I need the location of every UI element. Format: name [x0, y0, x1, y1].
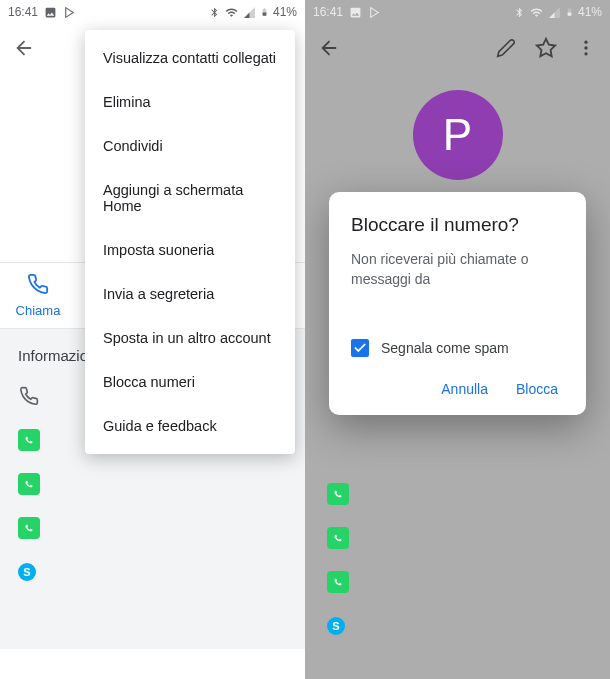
menu-help-feedback[interactable]: Guida e feedback	[85, 404, 295, 448]
image-icon	[44, 6, 57, 19]
dialog-body: Non riceverai più chiamate o messaggi da	[351, 250, 564, 289]
whatsapp-row[interactable]	[0, 506, 305, 550]
block-button[interactable]: Blocca	[516, 381, 558, 397]
status-bar: 16:41 41%	[0, 0, 305, 24]
bluetooth-icon	[514, 6, 525, 19]
skype-icon: S	[327, 617, 345, 635]
whatsapp-row[interactable]	[305, 472, 610, 516]
cancel-button[interactable]: Annulla	[441, 381, 488, 397]
checkbox-label: Segnala come spam	[381, 340, 509, 356]
status-time: 16:41	[8, 5, 38, 19]
menu-block-numbers[interactable]: Blocca numeri	[85, 360, 295, 404]
status-battery-pct: 41%	[578, 5, 602, 19]
status-bar: 16:41	[305, 0, 610, 24]
menu-share[interactable]: Condividi	[85, 124, 295, 168]
whatsapp-row[interactable]	[305, 560, 610, 604]
left-screenshot: 16:41 41%	[0, 0, 305, 679]
checkbox-checked-icon[interactable]	[351, 339, 369, 357]
whatsapp-icon	[18, 517, 40, 539]
back-icon[interactable]	[12, 36, 36, 60]
signal-icon	[243, 6, 256, 19]
menu-delete[interactable]: Elimina	[85, 80, 295, 124]
play-icon	[368, 6, 381, 19]
skype-icon: S	[18, 563, 36, 581]
svg-point-3	[584, 41, 587, 44]
menu-move-account[interactable]: Sposta in un altro account	[85, 316, 295, 360]
whatsapp-row[interactable]	[305, 516, 610, 560]
report-spam-checkbox-row[interactable]: Segnala come spam	[351, 339, 564, 357]
status-battery-pct: 41%	[273, 5, 297, 19]
whatsapp-icon	[327, 571, 349, 593]
call-action[interactable]: Chiama	[0, 273, 76, 318]
whatsapp-icon	[18, 429, 40, 451]
right-screenshot: 16:41	[305, 0, 610, 679]
dialog-title: Bloccare il numero?	[351, 214, 564, 236]
right-contact-list: S	[305, 472, 610, 648]
avatar-initial: P	[443, 110, 472, 160]
whatsapp-icon	[327, 527, 349, 549]
overflow-menu: Visualizza contatti collegati Elimina Co…	[85, 30, 295, 454]
battery-icon	[565, 5, 574, 19]
skype-row[interactable]: S	[0, 550, 305, 594]
svg-point-4	[584, 46, 587, 49]
svg-point-5	[584, 52, 587, 55]
image-icon	[349, 6, 362, 19]
battery-icon	[260, 5, 269, 19]
svg-marker-2	[537, 39, 555, 56]
wifi-icon	[224, 6, 239, 19]
avatar: P	[413, 90, 503, 180]
edit-icon[interactable]	[494, 36, 518, 60]
whatsapp-icon	[327, 483, 349, 505]
back-icon[interactable]	[317, 36, 341, 60]
menu-view-linked-contacts[interactable]: Visualizza contatti collegati	[85, 36, 295, 80]
star-icon[interactable]	[534, 36, 558, 60]
dialog-actions: Annulla Blocca	[351, 377, 564, 403]
whatsapp-row[interactable]	[0, 462, 305, 506]
toolbar	[305, 24, 610, 72]
overflow-icon[interactable]	[574, 36, 598, 60]
menu-send-to-voicemail[interactable]: Invia a segreteria	[85, 272, 295, 316]
block-number-dialog: Bloccare il numero? Non riceverai più ch…	[329, 192, 586, 415]
menu-set-ringtone[interactable]: Imposta suoneria	[85, 228, 295, 272]
call-label: Chiama	[0, 303, 76, 318]
wifi-icon	[529, 6, 544, 19]
play-icon	[63, 6, 76, 19]
status-time: 16:41	[313, 5, 343, 19]
phone-icon	[18, 385, 40, 407]
whatsapp-icon	[18, 473, 40, 495]
bluetooth-icon	[209, 6, 220, 19]
menu-add-to-home[interactable]: Aggiungi a schermata Home	[85, 168, 295, 228]
skype-row[interactable]: S	[305, 604, 610, 648]
signal-icon	[548, 6, 561, 19]
